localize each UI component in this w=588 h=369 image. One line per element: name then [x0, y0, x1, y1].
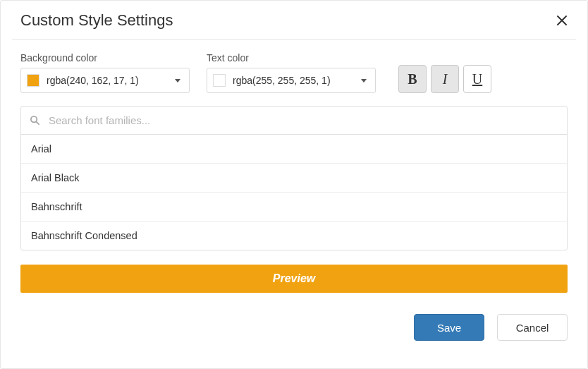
background-color-picker[interactable]: rgba(240, 162, 17, 1): [20, 68, 190, 93]
dialog-title: Custom Style Settings: [20, 11, 173, 30]
format-button-group: B I U: [398, 65, 491, 93]
save-button[interactable]: Save: [414, 314, 484, 341]
background-color-swatch: [27, 74, 39, 87]
preview-text: Preview: [273, 272, 315, 285]
font-search-row: [21, 107, 567, 135]
font-list: ArialArial BlackBahnschriftBahnschrift C…: [20, 106, 568, 250]
font-option[interactable]: Bahnschrift: [21, 193, 567, 222]
font-option[interactable]: Arial Black: [21, 164, 567, 193]
text-color-picker[interactable]: rgba(255, 255, 255, 1): [207, 68, 376, 93]
background-color-value: rgba(240, 162, 17, 1): [47, 75, 175, 86]
chevron-down-icon: [175, 79, 180, 83]
close-button[interactable]: [552, 11, 572, 30]
text-color-label: Text color: [207, 52, 376, 63]
style-settings-dialog: Custom Style Settings Background color r…: [0, 0, 588, 369]
preview-bar: Preview: [20, 265, 568, 293]
text-color-swatch: [213, 74, 226, 87]
font-option[interactable]: Bahnschrift Condensed: [21, 222, 567, 250]
cancel-button[interactable]: Cancel: [497, 314, 568, 341]
controls-row: Background color rgba(240, 162, 17, 1) T…: [20, 52, 568, 93]
background-color-label: Background color: [20, 52, 190, 63]
font-option[interactable]: Arial: [21, 135, 567, 164]
svg-line-1: [37, 122, 39, 125]
text-color-field: Text color rgba(255, 255, 255, 1): [207, 52, 376, 93]
chevron-down-icon: [361, 79, 367, 83]
underline-button[interactable]: U: [463, 65, 491, 93]
font-search-input[interactable]: [47, 114, 558, 127]
close-icon: [556, 15, 568, 26]
bold-button[interactable]: B: [398, 65, 427, 93]
italic-button[interactable]: I: [431, 65, 459, 93]
search-icon: [30, 115, 40, 126]
text-color-value: rgba(255, 255, 255, 1): [233, 75, 361, 86]
dialog-header: Custom Style Settings: [1, 1, 587, 39]
dialog-body: Background color rgba(240, 162, 17, 1) T…: [1, 40, 587, 293]
background-color-field: Background color rgba(240, 162, 17, 1): [20, 52, 190, 93]
dialog-footer: Save Cancel: [1, 293, 587, 341]
